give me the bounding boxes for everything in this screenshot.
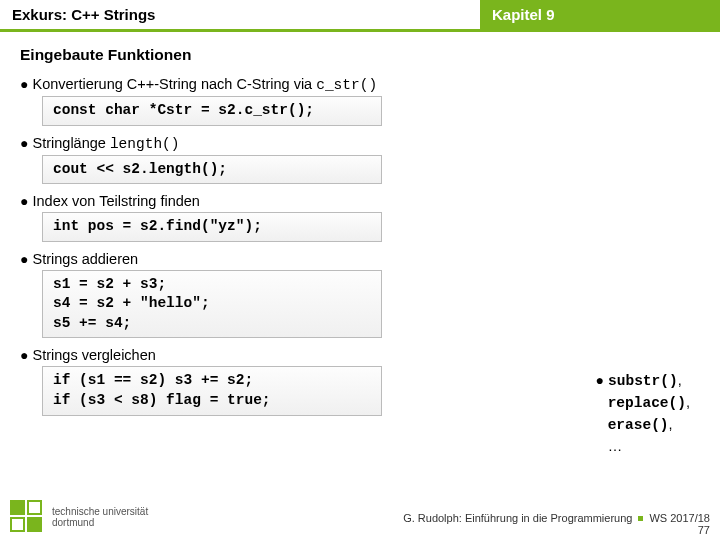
slide-header: Exkurs: C++ Strings Kapitel 9 bbox=[0, 0, 720, 32]
bullet-label: ● Strings addieren bbox=[20, 251, 700, 267]
content-subtitle: Eingebaute Funktionen bbox=[20, 46, 700, 64]
bullet-label: ● Strings vergleichen bbox=[20, 347, 700, 363]
bullet-label: ● Stringlänge length() bbox=[20, 135, 700, 152]
bullet-code-inline: length() bbox=[110, 136, 180, 152]
bullet-item: ● Stringlänge length() cout << s2.length… bbox=[20, 135, 700, 185]
bullet-code-inline: c_str() bbox=[316, 77, 377, 93]
code-snippet: const char *Cstr = s2.c_str(); bbox=[42, 96, 382, 126]
bullet-text: Stringlänge bbox=[33, 135, 110, 151]
university-logo: technische universität dortmund bbox=[10, 500, 148, 534]
fn-name: substr() bbox=[608, 373, 678, 389]
bullet-item: ● Index von Teilstring finden int pos = … bbox=[20, 193, 700, 242]
logo-text: technische universität dortmund bbox=[52, 506, 148, 529]
page-number: 77 bbox=[403, 524, 710, 536]
bullet-icon: ● bbox=[20, 347, 28, 363]
code-snippet: s1 = s2 + s3; s4 = s2 + "hello"; s5 += s… bbox=[42, 270, 382, 339]
additional-functions: ● substr(), replace(), erase(), … bbox=[596, 370, 690, 457]
logo-line2: dortmund bbox=[52, 517, 148, 529]
footer-term: WS 2017/18 bbox=[649, 512, 710, 524]
separator-icon bbox=[638, 516, 643, 521]
footer-author: G. Rudolph: Einführung in die Programmie… bbox=[403, 512, 632, 524]
bullet-item: ● Konvertierung C++-String nach C-String… bbox=[20, 76, 700, 126]
header-topic: Exkurs: C++ Strings bbox=[0, 0, 480, 32]
bullet-label: ● Konvertierung C++-String nach C-String… bbox=[20, 76, 700, 93]
bullet-text: Konvertierung C++-String nach C-String v… bbox=[33, 76, 317, 92]
bullet-label: ● Index von Teilstring finden bbox=[20, 193, 700, 209]
bullet-text: Index von Teilstring finden bbox=[33, 193, 200, 209]
header-chapter: Kapitel 9 bbox=[480, 0, 720, 32]
logo-line1: technische universität bbox=[52, 506, 148, 518]
bullet-item: ● Strings addieren s1 = s2 + s3; s4 = s2… bbox=[20, 251, 700, 339]
bullet-icon: ● bbox=[20, 251, 28, 267]
bullet-icon: ● bbox=[596, 372, 604, 388]
bullet-icon: ● bbox=[20, 76, 28, 92]
bullet-icon: ● bbox=[20, 193, 28, 209]
slide-content: Eingebaute Funktionen ● Konvertierung C+… bbox=[0, 32, 720, 416]
bullet-text: Strings vergleichen bbox=[33, 347, 156, 363]
code-snippet: if (s1 == s2) s3 += s2; if (s3 < s8) fla… bbox=[42, 366, 382, 415]
code-snippet: int pos = s2.find("yz"); bbox=[42, 212, 382, 242]
logo-icon bbox=[10, 500, 44, 534]
bullet-icon: ● bbox=[20, 135, 28, 151]
code-snippet: cout << s2.length(); bbox=[42, 155, 382, 185]
bullet-text: Strings addieren bbox=[33, 251, 139, 267]
fn-name: replace() bbox=[608, 395, 686, 411]
fn-more: … bbox=[608, 438, 623, 454]
slide-footer: G. Rudolph: Einführung in die Programmie… bbox=[403, 512, 710, 536]
fn-name: erase() bbox=[608, 417, 669, 433]
